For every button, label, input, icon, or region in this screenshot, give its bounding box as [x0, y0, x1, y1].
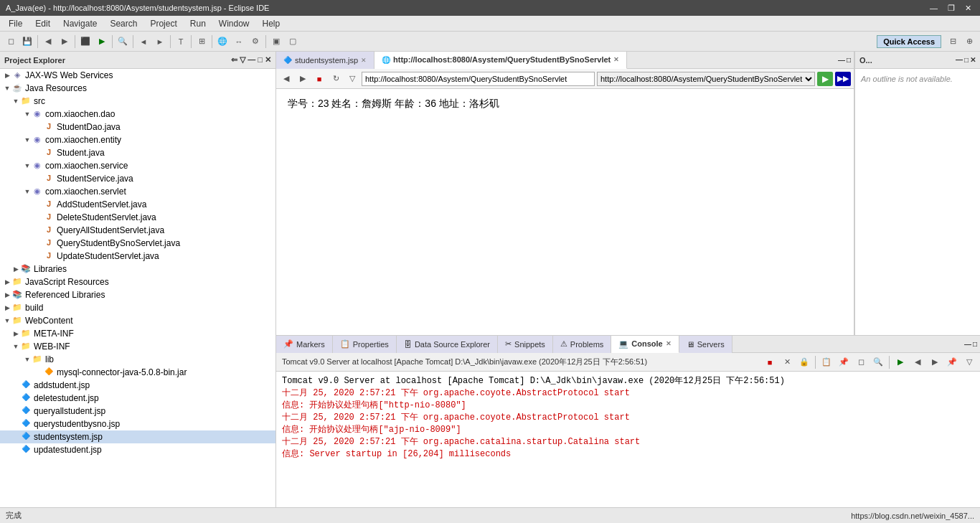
console-copy-btn[interactable]: 📋	[819, 354, 834, 370]
tab-problems[interactable]: ⚠ Problems	[553, 336, 611, 353]
tb-extra1-button[interactable]: ↔	[231, 34, 247, 50]
quick-access-button[interactable]: Quick Access	[877, 35, 941, 48]
tab-datasource[interactable]: 🗄 Data Source Explorer	[397, 336, 498, 353]
browser-run-button[interactable]: ▶▶	[835, 72, 851, 86]
tab-console[interactable]: 💻 Console ✕	[611, 336, 679, 353]
tb-perspective-button[interactable]: ⊞	[194, 34, 209, 50]
tb-minimize-button[interactable]: ▢	[285, 34, 301, 50]
tb-save-button[interactable]: 💾	[19, 34, 35, 50]
outline-maximize-icon[interactable]: □	[964, 56, 969, 64]
console-run-btn[interactable]: ▶	[892, 354, 908, 370]
console-next-btn[interactable]: ▶	[927, 354, 943, 370]
tree-item-webcontent[interactable]: ▼ 📁 WebContent	[0, 314, 275, 327]
browser-back-button[interactable]: ◀	[279, 72, 293, 86]
pe-close-icon[interactable]: ✕	[265, 55, 271, 65]
tree-item-querystudentbysno[interactable]: J QueryStudentBySnoServlet.java	[0, 237, 275, 250]
tree-item-queryallstudent-jsp[interactable]: 🔷 queryallstudent.jsp	[0, 405, 275, 418]
tab-snippets[interactable]: ✂ Snippets	[498, 336, 553, 353]
tree-item-js-resources[interactable]: ▶ 📁 JavaScript Resources	[0, 275, 275, 288]
url-dropdown[interactable]: http://localhost:8080/Asystem/QueryStude…	[597, 72, 815, 86]
tree-item-java-resources[interactable]: ▼ ☕ Java Resources	[0, 82, 275, 95]
menu-project[interactable]: Project	[144, 17, 182, 30]
tree-item-libraries[interactable]: ▶ 📚 Libraries	[0, 263, 275, 275]
console-scroll-lock-btn[interactable]: 🔒	[796, 354, 812, 370]
pe-collapse-icon[interactable]: ⇐	[231, 55, 237, 65]
console-clear-btn[interactable]: ✕	[779, 354, 795, 370]
tb-search-button[interactable]: 🔍	[115, 34, 131, 50]
tree-item-src[interactable]: ▼ 📁 src	[0, 95, 275, 108]
tb-maximize-button[interactable]: ▣	[268, 34, 284, 50]
tree-item-updatestudent-jsp[interactable]: 🔷 updatestudent.jsp	[0, 443, 275, 456]
tree-item-jax-ws[interactable]: ▶ ◈ JAX-WS Web Services	[0, 69, 275, 82]
tree-item-lib[interactable]: ▼ 📁 lib	[0, 353, 275, 366]
menu-window[interactable]: Window	[213, 17, 255, 30]
tree-item-studentsystem-jsp[interactable]: 🔷 studentsystem.jsp	[0, 430, 275, 443]
tree-item-querystudentbysno-jsp[interactable]: 🔷 querystudentbysno.jsp	[0, 418, 275, 430]
tab-servers[interactable]: 🖥 Servers	[679, 336, 732, 353]
tree-item-deletestudent-jsp[interactable]: 🔷 deletestudent.jsp	[0, 392, 275, 405]
menu-search[interactable]: Search	[104, 17, 143, 30]
pe-maximize-icon[interactable]: □	[258, 55, 263, 65]
console-options-btn[interactable]: ▽	[961, 354, 977, 370]
tab-properties[interactable]: 📋 Properties	[333, 336, 397, 353]
menu-edit[interactable]: Edit	[29, 17, 56, 30]
maximize-button[interactable]: ❐	[945, 4, 958, 13]
tb-open-persp-button[interactable]: ⊕	[961, 34, 977, 50]
browser-refresh-button[interactable]: ↻	[329, 72, 343, 86]
tb-external-browser-button[interactable]: 🌐	[215, 34, 230, 50]
console-prev-btn[interactable]: ◀	[910, 354, 925, 370]
tab-markers[interactable]: 📌 Markers	[276, 336, 333, 353]
tree-item-ref-libraries[interactable]: ▶ 📚 Referenced Libraries	[0, 288, 275, 301]
tree-item-student[interactable]: J Student.java	[0, 146, 275, 159]
tb-debug-button[interactable]: ⬛	[77, 34, 93, 50]
tree-item-servlet[interactable]: ▼ ◉ com.xiaochen.servlet	[0, 185, 275, 198]
console-stop-btn[interactable]: ■	[762, 354, 778, 370]
tab-browser[interactable]: 🌐 http://localhost:8080/Asystem/QueryStu…	[374, 52, 627, 69]
pe-menu-icon[interactable]: ▽	[240, 55, 245, 65]
browser-forward-button[interactable]: ▶	[296, 72, 310, 86]
browser-stop-button[interactable]: ■	[312, 72, 326, 86]
outline-minimize-icon[interactable]: —	[956, 56, 963, 64]
tab-studentsystem-close[interactable]: ✕	[361, 57, 367, 64]
pe-minimize-icon[interactable]: —	[248, 55, 255, 65]
tree-item-studentdao[interactable]: J StudentDao.java	[0, 121, 275, 133]
tree-item-mysql-jar[interactable]: 🔶 mysql-connector-java-5.0.8-bin.jar	[0, 366, 275, 379]
close-button[interactable]: ✕	[962, 4, 974, 13]
tb-extra2-button[interactable]: ⚙	[248, 34, 263, 50]
tree-item-entity[interactable]: ▼ ◉ com.xiaochen.entity	[0, 133, 275, 146]
menu-file[interactable]: File	[3, 17, 28, 30]
tb-new-button[interactable]: ◻	[3, 34, 19, 50]
editor-maximize-icon[interactable]: □	[847, 56, 851, 64]
tree-item-metainf[interactable]: ▶ 📁 META-INF	[0, 327, 275, 340]
url-input[interactable]	[362, 72, 595, 86]
console-select-btn[interactable]: ◻	[853, 354, 869, 370]
menu-navigate[interactable]: Navigate	[57, 17, 103, 30]
tree-item-addstudent-jsp[interactable]: 🔷 addstudent.jsp	[0, 379, 275, 392]
tb-prev-button[interactable]: ◄	[136, 34, 151, 50]
tree-item-service[interactable]: ▼ ◉ com.xiaochen.service	[0, 159, 275, 172]
outline-close-icon[interactable]: ✕	[970, 56, 976, 64]
tb-run-button[interactable]: ▶	[94, 34, 110, 50]
tb-open-type-button[interactable]: T	[173, 34, 189, 50]
tree-item-updatestudent[interactable]: J UpdateStudentServlet.java	[0, 250, 275, 263]
bottom-minimize-icon[interactable]: —	[964, 340, 971, 348]
tree-item-addstudent[interactable]: J AddStudentServlet.java	[0, 198, 275, 211]
menu-help[interactable]: Help	[257, 17, 286, 30]
browser-home-button[interactable]: ▽	[345, 72, 359, 86]
menu-run[interactable]: Run	[184, 17, 212, 30]
tab-console-close[interactable]: ✕	[666, 340, 672, 347]
bottom-maximize-icon[interactable]: □	[973, 340, 977, 348]
tab-browser-close[interactable]: ✕	[613, 56, 619, 63]
console-pin-btn[interactable]: 📌	[944, 354, 960, 370]
tab-studentsystem[interactable]: 🔷 studentsystem.jsp ✕	[276, 52, 374, 69]
tb-next-button[interactable]: ►	[152, 34, 168, 50]
console-paste-btn[interactable]: 📌	[836, 354, 852, 370]
tb-perspectives-button[interactable]: ⊟	[945, 34, 961, 50]
tree-item-queryallstudent[interactable]: J QueryAllStudentServlet.java	[0, 224, 275, 237]
console-filter-btn[interactable]: 🔍	[870, 354, 886, 370]
tb-back-button[interactable]: ◀	[40, 34, 56, 50]
tree-item-build[interactable]: ▶ 📁 build	[0, 301, 275, 314]
tb-forward-button[interactable]: ▶	[57, 34, 72, 50]
editor-minimize-icon[interactable]: —	[838, 56, 845, 64]
tree-item-dao[interactable]: ▼ ◉ com.xiaochen.dao	[0, 108, 275, 121]
